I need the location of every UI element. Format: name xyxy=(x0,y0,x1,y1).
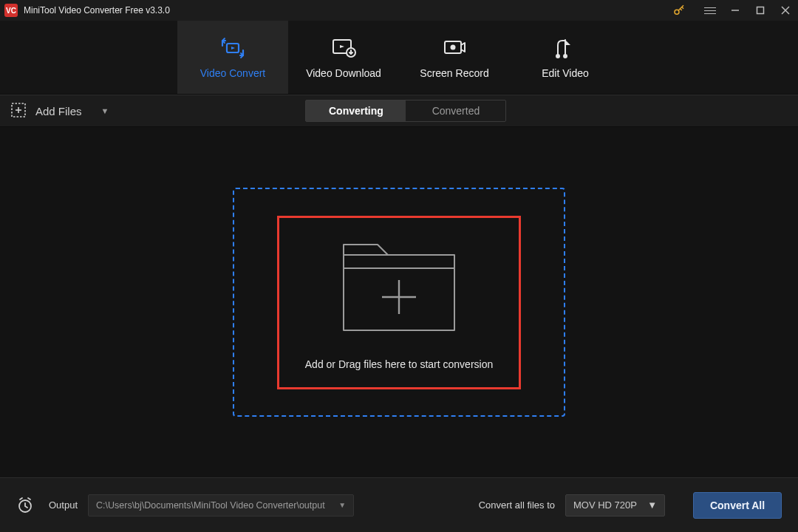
svg-point-9 xyxy=(451,44,456,50)
bottom-bar: Output C:\Users\bj\Documents\MiniTool Vi… xyxy=(0,477,798,532)
screen-record-icon xyxy=(442,36,467,60)
tab-video-convert[interactable]: Video Convert xyxy=(177,21,288,94)
video-download-icon xyxy=(331,36,356,60)
upgrade-key-icon[interactable] xyxy=(672,4,686,17)
tab-label: Video Download xyxy=(306,67,381,79)
convert-all-button-label: Convert All xyxy=(710,499,765,511)
output-path-select[interactable]: C:\Users\bj\Documents\MiniTool Video Con… xyxy=(88,494,354,516)
add-files-button[interactable]: Add Files ▼ xyxy=(10,102,109,120)
tab-label: Edit Video xyxy=(542,67,589,79)
chevron-down-icon: ▼ xyxy=(101,106,109,115)
output-path-text: C:\Users\bj\Documents\MiniTool Video Con… xyxy=(96,500,325,511)
titlebar: VC MiniTool Video Converter Free v3.3.0 xyxy=(0,0,798,21)
minimize-button[interactable] xyxy=(723,0,748,21)
convert-all-button[interactable]: Convert All xyxy=(693,492,782,519)
chevron-down-icon: ▼ xyxy=(338,501,346,509)
folder-plus-icon xyxy=(336,234,462,341)
window-title: MiniTool Video Converter Free v3.3.0 xyxy=(24,5,170,16)
add-files-label: Add Files xyxy=(35,105,82,117)
seg-converted[interactable]: Converted xyxy=(406,100,505,121)
drop-zone-text: Add or Drag files here to start conversi… xyxy=(305,358,493,370)
output-label: Output xyxy=(49,499,78,511)
add-file-icon xyxy=(10,102,27,120)
convert-all-label: Convert all files to xyxy=(479,499,555,511)
seg-converting[interactable]: Converting xyxy=(306,100,406,121)
tab-video-download[interactable]: Video Download xyxy=(288,21,399,94)
format-selected-text: MOV HD 720P xyxy=(573,499,637,511)
svg-point-10 xyxy=(556,55,559,58)
workspace: Add or Drag files here to start conversi… xyxy=(0,127,798,477)
svg-rect-2 xyxy=(757,7,764,14)
app-logo-icon: VC xyxy=(4,4,18,17)
output-format-select[interactable]: MOV HD 720P ▼ xyxy=(565,494,665,516)
tab-label: Video Convert xyxy=(200,67,265,79)
maximize-button[interactable] xyxy=(748,0,773,21)
app-window: VC MiniTool Video Converter Free v3.3.0 xyxy=(0,0,798,532)
schedule-icon[interactable] xyxy=(16,497,34,514)
status-segmented-control: Converting Converted xyxy=(305,100,506,122)
menu-icon[interactable] xyxy=(698,0,723,21)
svg-point-0 xyxy=(675,10,679,14)
tab-label: Screen Record xyxy=(420,67,488,79)
edit-video-icon xyxy=(554,36,576,60)
tab-edit-video[interactable]: Edit Video xyxy=(510,21,621,94)
chevron-down-icon: ▼ xyxy=(647,499,657,511)
drop-zone[interactable]: Add or Drag files here to start conversi… xyxy=(233,188,565,417)
video-convert-icon xyxy=(220,36,245,60)
drop-zone-highlight: Add or Drag files here to start conversi… xyxy=(277,216,521,389)
tab-screen-record[interactable]: Screen Record xyxy=(399,21,510,94)
close-button[interactable] xyxy=(773,0,798,21)
sub-toolbar: Add Files ▼ Converting Converted xyxy=(0,95,798,127)
main-tabbar: Video Convert Video Download xyxy=(0,21,798,95)
svg-point-11 xyxy=(564,55,567,58)
